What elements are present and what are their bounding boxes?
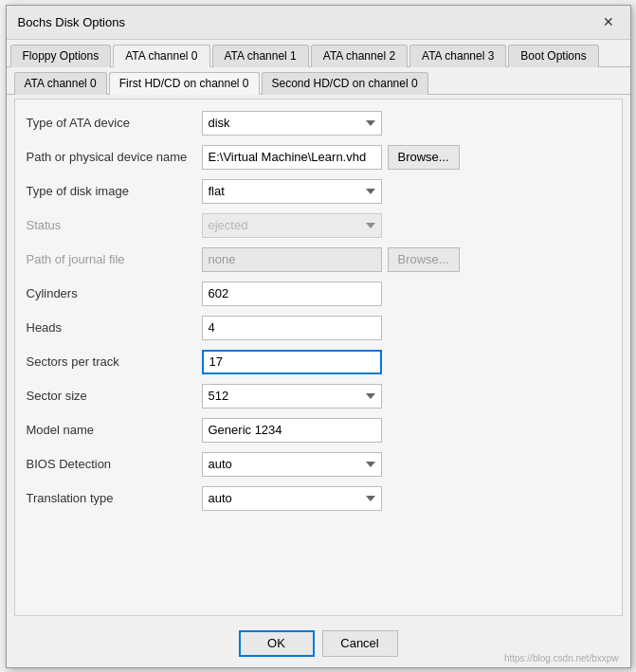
control-group-disk-image-type: flat growing vpc: [202, 179, 610, 204]
label-path: Path or physical device name: [27, 150, 202, 164]
top-tabs: Floppy Options ATA channel 0 ATA channel…: [7, 40, 630, 67]
form-row-cylinders: Cylinders: [27, 282, 610, 306]
form-row-journal-path: Path of journal file Browse...: [27, 247, 610, 272]
form-row-model-name: Model name: [27, 418, 610, 443]
control-group-model-name: [202, 418, 610, 443]
label-status: Status: [27, 218, 202, 232]
control-group-cylinders: [202, 282, 610, 306]
control-group-journal-path: Browse...: [202, 247, 610, 272]
input-journal-path: [202, 247, 382, 272]
input-sectors-per-track[interactable]: [202, 350, 382, 374]
label-disk-image-type: Type of disk image: [27, 184, 202, 198]
select-sector-size[interactable]: 512 1024 4096: [202, 384, 382, 409]
control-group-status: ejected inserted: [202, 213, 610, 238]
control-group-bios-detection: auto none cmos: [202, 452, 610, 477]
sub-tabs: ATA channel 0 First HD/CD on channel 0 S…: [7, 67, 630, 95]
form-row-path: Path or physical device name Browse...: [27, 145, 610, 170]
browse-button-journal: Browse...: [388, 247, 460, 272]
form-row-disk-image-type: Type of disk image flat growing vpc: [27, 179, 610, 204]
sub-tab-first-hd[interactable]: First HD/CD on channel 0: [109, 72, 260, 95]
tab-ata-channel-0[interactable]: ATA channel 0: [113, 45, 209, 67]
bochs-disk-options-dialog: Bochs Disk Options ✕ Floppy Options ATA …: [6, 5, 631, 668]
form-row-status: Status ejected inserted: [27, 213, 610, 238]
select-ata-device-type[interactable]: disk cdrom none: [202, 111, 382, 136]
tab-ata-channel-1[interactable]: ATA channel 1: [212, 45, 309, 67]
control-group-path: Browse...: [202, 145, 610, 170]
label-heads: Heads: [27, 320, 202, 335]
control-group-translation-type: auto none lba large rechs: [202, 486, 610, 511]
tab-ata-channel-3[interactable]: ATA channel 3: [409, 45, 506, 67]
label-model-name: Model name: [27, 423, 202, 437]
label-cylinders: Cylinders: [27, 286, 202, 300]
content-area: Type of ATA device disk cdrom none Path …: [14, 99, 623, 616]
select-status: ejected inserted: [202, 213, 382, 238]
footer: OK Cancel https://blog.csdn.net/bxxpw: [7, 620, 630, 667]
label-ata-device-type: Type of ATA device: [27, 116, 202, 130]
select-disk-image-type[interactable]: flat growing vpc: [202, 179, 382, 204]
control-group-sectors-per-track: [202, 350, 610, 374]
form-row-translation-type: Translation type auto none lba large rec…: [27, 486, 610, 511]
close-button[interactable]: ✕: [598, 11, 619, 32]
tab-boot-options[interactable]: Boot Options: [508, 45, 598, 67]
sub-tab-second-hd[interactable]: Second HD/CD on channel 0: [262, 72, 428, 95]
form-row-sector-size: Sector size 512 1024 4096: [27, 384, 610, 409]
form-row-ata-device-type: Type of ATA device disk cdrom none: [27, 111, 610, 136]
label-journal-path: Path of journal file: [27, 252, 202, 266]
dialog-title: Bochs Disk Options: [18, 15, 125, 29]
control-group-sector-size: 512 1024 4096: [202, 384, 610, 409]
form-row-heads: Heads: [27, 316, 610, 340]
form-row-sectors-per-track: Sectors per track: [27, 350, 610, 374]
select-translation-type[interactable]: auto none lba large rechs: [202, 486, 382, 511]
browse-button-path[interactable]: Browse...: [388, 145, 460, 170]
ok-button[interactable]: OK: [239, 630, 315, 657]
tab-ata-channel-2[interactable]: ATA channel 2: [311, 45, 408, 67]
cancel-button[interactable]: Cancel: [322, 630, 398, 657]
label-bios-detection: BIOS Detection: [27, 457, 202, 471]
input-heads[interactable]: [202, 316, 382, 340]
select-bios-detection[interactable]: auto none cmos: [202, 452, 382, 477]
input-model-name[interactable]: [202, 418, 382, 443]
control-group-ata-device-type: disk cdrom none: [202, 111, 610, 136]
label-sector-size: Sector size: [27, 389, 202, 403]
title-bar: Bochs Disk Options ✕: [7, 6, 630, 40]
label-sectors-per-track: Sectors per track: [27, 354, 202, 369]
sub-tab-ata-channel-0[interactable]: ATA channel 0: [14, 72, 107, 95]
tab-floppy-options[interactable]: Floppy Options: [10, 45, 112, 67]
label-translation-type: Translation type: [27, 491, 202, 505]
input-path[interactable]: [202, 145, 382, 170]
form-row-bios-detection: BIOS Detection auto none cmos: [27, 452, 610, 477]
control-group-heads: [202, 316, 610, 340]
watermark: https://blog.csdn.net/bxxpw: [504, 653, 619, 663]
input-cylinders[interactable]: [202, 282, 382, 306]
